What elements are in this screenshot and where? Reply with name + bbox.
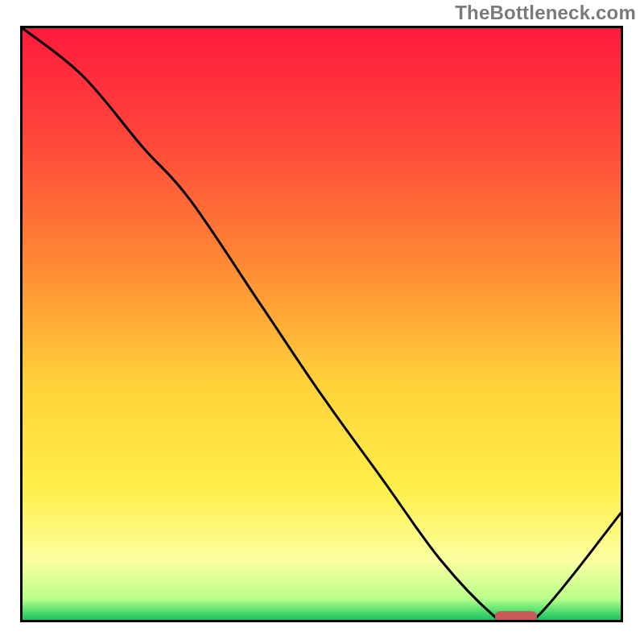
watermark-text: TheBottleneck.com: [455, 2, 636, 24]
svg-rect-1: [495, 611, 537, 620]
chart-container: TheBottleneck.com: [0, 0, 644, 644]
plot-area: [20, 26, 623, 622]
optimal-marker: [23, 28, 621, 620]
